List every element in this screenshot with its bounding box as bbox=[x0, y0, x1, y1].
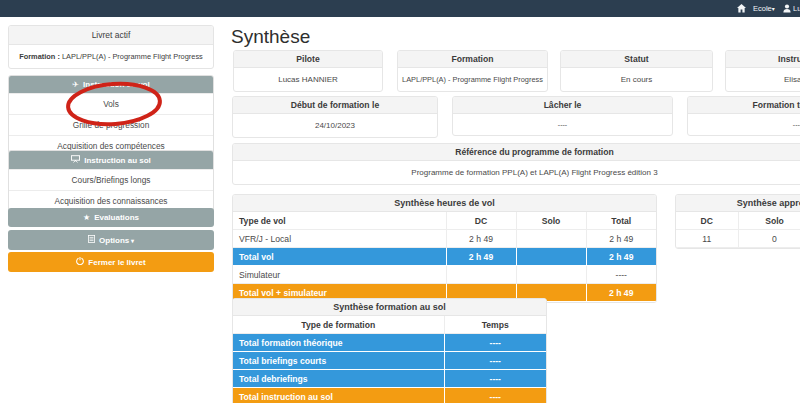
row-label: Total formation théorique bbox=[233, 334, 444, 352]
cell-dc: 11 bbox=[676, 230, 738, 248]
cell-total: ---- bbox=[586, 266, 656, 284]
menu-header-instruction-en-vol: Instruction en vol bbox=[9, 76, 213, 93]
ground-training-table: Synthèse formation au sol Type de format… bbox=[232, 298, 547, 403]
fermer-livret-label: Fermer le livret bbox=[88, 258, 145, 267]
card-instructeur: Instructeur Elisabeth bbox=[725, 50, 800, 92]
card-debut-value: 24/10/2023 bbox=[233, 114, 437, 137]
card-lacher-header: Lâcher le bbox=[453, 97, 672, 114]
list-icon bbox=[88, 235, 95, 245]
livret-formation-line: Formation : LAPL/PPL(A) - Programme Flig… bbox=[9, 45, 213, 68]
card-formation-terminee-header: Formation terminée le bbox=[688, 97, 800, 114]
table-row-formation-theorique: Total formation théorique ---- bbox=[233, 334, 546, 352]
cell-temps: ---- bbox=[444, 388, 546, 403]
approaches-table: Synthèse approches/atterrissages DC Solo… bbox=[675, 194, 800, 249]
flight-hours-table: Synthèse heures de vol Type de vol DC So… bbox=[232, 194, 657, 303]
table-row-instruction-au-sol: Total instruction au sol ---- bbox=[233, 388, 546, 403]
cell-total: 2 h 49 bbox=[586, 284, 656, 302]
flight-hours-title: Synthèse heures de vol bbox=[233, 195, 656, 212]
nav-ecole-label: Ecole bbox=[753, 4, 772, 13]
card-formation-value: LAPL/PPL(A) - Programme Flight Progress bbox=[398, 68, 547, 91]
sidebar-item-cours-briefings-longs[interactable]: Cours/Briefings longs bbox=[9, 169, 213, 190]
table-row-debriefings: Total debriefings ---- bbox=[233, 370, 546, 388]
livret-actif-header: Livret actif bbox=[9, 26, 213, 45]
app-window: Ecole Lucas HANNIER Livret actif Formati… bbox=[0, 0, 800, 403]
home-icon bbox=[737, 4, 746, 13]
user-icon bbox=[783, 4, 791, 13]
top-navbar: Ecole Lucas HANNIER bbox=[0, 0, 800, 17]
cell-dc bbox=[446, 266, 516, 284]
cell-dc: 2 h 49 bbox=[446, 230, 516, 248]
approaches-values-row: 11 0 bbox=[676, 230, 800, 248]
plane-icon bbox=[72, 81, 79, 89]
col-total: Total bbox=[586, 212, 656, 230]
cell-solo bbox=[516, 248, 586, 266]
menu-header-label: Instruction en vol bbox=[83, 80, 150, 89]
flight-hours-header-row: Type de vol DC Solo Total bbox=[233, 212, 656, 230]
table-row-total-vol: Total vol 2 h 49 2 h 49 bbox=[233, 248, 656, 266]
card-pilote: Pilote Lucas HANNIER bbox=[233, 50, 383, 92]
card-instructeur-value: Elisabeth bbox=[726, 68, 800, 91]
row-label: Total instruction au sol bbox=[233, 388, 444, 403]
card-pilote-header: Pilote bbox=[234, 51, 382, 68]
col-solo: Solo bbox=[516, 212, 586, 230]
cell-solo bbox=[516, 266, 586, 284]
row-label: Total debriefings bbox=[233, 370, 444, 388]
card-pilote-value: Lucas HANNIER bbox=[234, 68, 382, 91]
card-statut-value: En cours bbox=[561, 68, 712, 91]
livret-actif-card: Livret actif Formation : LAPL/PPL(A) - P… bbox=[8, 25, 214, 69]
card-reference-value: Programme de formation PPL(A) et LAPL(A)… bbox=[233, 161, 800, 184]
card-statut-header: Statut bbox=[561, 51, 712, 68]
menu-instruction-en-vol: Instruction en vol Vols Grille de progre… bbox=[8, 75, 214, 157]
ground-header-row: Type de formation Temps bbox=[233, 316, 546, 334]
options-button[interactable]: Options bbox=[8, 230, 214, 250]
approaches-title: Synthèse approches/atterrissages bbox=[676, 195, 800, 212]
formation-label: Formation : bbox=[19, 52, 60, 61]
cell-dc: 2 h 49 bbox=[446, 248, 516, 266]
cell-solo: 0 bbox=[738, 230, 800, 248]
card-debut-header: Début de formation le bbox=[233, 97, 437, 114]
sidebar-item-grille-progression[interactable]: Grille de progression bbox=[9, 114, 213, 135]
card-reference-programme: Référence du programme de formation Prog… bbox=[232, 143, 800, 185]
table-row-vfr-local: VFR/J - Local 2 h 49 2 h 49 bbox=[233, 230, 656, 248]
options-label: Options bbox=[99, 236, 134, 245]
approaches-header-row: DC Solo bbox=[676, 212, 800, 230]
card-instructeur-header: Instructeur bbox=[726, 51, 800, 68]
cell-temps: ---- bbox=[444, 370, 546, 388]
col-dc: DC bbox=[446, 212, 516, 230]
home-button[interactable] bbox=[737, 0, 746, 17]
power-icon bbox=[76, 257, 84, 267]
formation-value: LAPL/PPL(A) - Programme Flight Progress bbox=[60, 52, 203, 61]
col-dc: DC bbox=[676, 212, 738, 230]
page-title: Synthèse bbox=[231, 26, 310, 48]
cell-temps: ---- bbox=[444, 352, 546, 370]
nav-user-label: Lucas HANNIER bbox=[793, 4, 800, 13]
cell-total: 2 h 49 bbox=[586, 230, 656, 248]
menu-header-label: Instruction au sol bbox=[84, 156, 151, 165]
table-row-briefings-courts: Total briefings courts ---- bbox=[233, 352, 546, 370]
row-label: VFR/J - Local bbox=[233, 230, 446, 248]
col-solo: Solo bbox=[738, 212, 800, 230]
menu-header-instruction-au-sol: Instruction au sol bbox=[9, 151, 213, 169]
card-formation: Formation LAPL/PPL(A) - Programme Flight… bbox=[397, 50, 548, 92]
table-row-simulateur: Simulateur ---- bbox=[233, 266, 656, 284]
card-formation-header: Formation bbox=[398, 51, 547, 68]
card-statut: Statut En cours bbox=[560, 50, 713, 92]
row-label: Total vol bbox=[233, 248, 446, 266]
cell-temps: ---- bbox=[444, 334, 546, 352]
fermer-livret-button[interactable]: Fermer le livret bbox=[8, 252, 214, 272]
sidebar-item-vols[interactable]: Vols bbox=[9, 93, 213, 114]
row-label: Total briefings courts bbox=[233, 352, 444, 370]
card-reference-header: Référence du programme de formation bbox=[233, 144, 800, 161]
card-formation-terminee: Formation terminée le ---- bbox=[687, 96, 800, 136]
evaluations-button[interactable]: Evaluations bbox=[8, 208, 214, 227]
cell-total: 2 h 49 bbox=[586, 248, 656, 266]
menu-instruction-au-sol: Instruction au sol Cours/Briefings longs… bbox=[8, 150, 214, 212]
nav-user-menu[interactable]: Lucas HANNIER bbox=[783, 0, 800, 17]
evaluations-label: Evaluations bbox=[94, 213, 139, 222]
col-temps: Temps bbox=[444, 316, 546, 334]
col-type-de-vol: Type de vol bbox=[233, 212, 446, 230]
ground-training-title: Synthèse formation au sol bbox=[233, 299, 546, 316]
nav-menu-ecole[interactable]: Ecole bbox=[753, 0, 775, 17]
chalkboard-icon bbox=[71, 155, 80, 165]
card-debut-formation: Début de formation le 24/10/2023 bbox=[232, 96, 438, 138]
